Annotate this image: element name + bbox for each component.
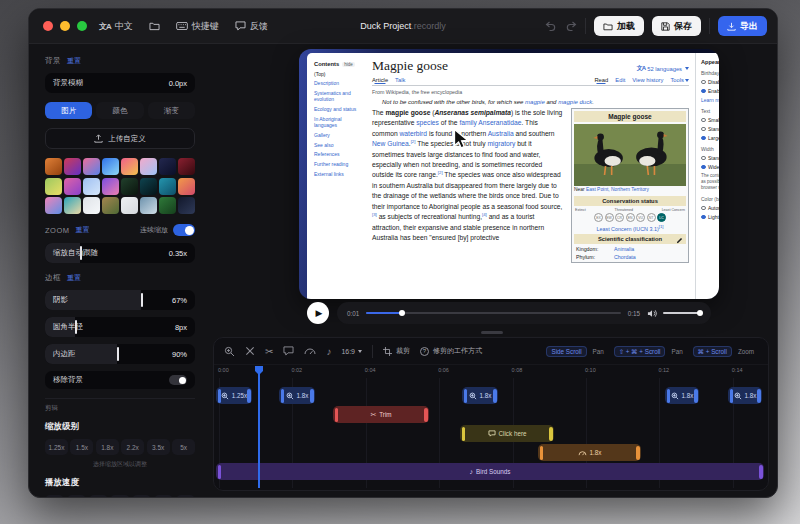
background-tab-2[interactable]: 渐变 bbox=[148, 102, 195, 119]
speed-segment[interactable]: 1.8x bbox=[538, 444, 641, 461]
slider-handle[interactable] bbox=[141, 293, 143, 307]
zoom-level-1.5x[interactable]: 1.5x bbox=[70, 439, 93, 455]
volume-track[interactable] bbox=[663, 312, 701, 315]
aspect-ratio-select[interactable]: 16:9 bbox=[341, 348, 362, 355]
progress-track[interactable] bbox=[366, 312, 620, 315]
crop-button[interactable]: 裁剪 bbox=[383, 346, 410, 356]
zoom-level-1.8x[interactable]: 1.8x bbox=[96, 439, 119, 455]
speed-1.5x[interactable]: 1.5x bbox=[132, 495, 151, 497]
export-button[interactable]: 导出 bbox=[718, 16, 767, 36]
menu-item-反馈[interactable]: 反馈 bbox=[235, 20, 268, 33]
menu-item-folder[interactable] bbox=[149, 21, 160, 31]
wallpaper-swatch[interactable] bbox=[45, 178, 62, 195]
wallpaper-swatch[interactable] bbox=[159, 197, 176, 214]
save-button[interactable]: 保存 bbox=[652, 16, 701, 36]
wiki-article: Magpie goose 文A 52 languages ArticleTalk… bbox=[365, 53, 695, 299]
zoom-follow-slider[interactable]: 缩放自动跟随 0.35x bbox=[45, 243, 195, 263]
slider-内边距[interactable]: 内边距90% bbox=[45, 344, 195, 364]
speed-1.25x[interactable]: 1.25x bbox=[110, 495, 129, 497]
annotation-segment[interactable]: Click here bbox=[460, 425, 554, 442]
background-tab-0[interactable]: 图片 bbox=[45, 102, 92, 119]
wiki-toc: Contents hide (Top)DescriptionSystematic… bbox=[307, 53, 365, 299]
border-reset-link[interactable]: 重置 bbox=[67, 273, 81, 283]
trim-segment[interactable]: ✂Trim bbox=[333, 406, 429, 423]
maximize-button[interactable] bbox=[77, 21, 87, 31]
wallpaper-swatch[interactable] bbox=[83, 158, 100, 175]
cut-icon[interactable]: ✂ bbox=[265, 346, 273, 357]
audio-icon[interactable]: ♪ bbox=[326, 346, 331, 357]
play-button[interactable]: ▶ bbox=[307, 302, 329, 324]
wallpaper-swatch[interactable] bbox=[45, 197, 62, 214]
remove-background-toggle[interactable] bbox=[169, 375, 187, 385]
load-button[interactable]: 加载 bbox=[594, 16, 644, 36]
speed-0.75x[interactable]: 0.75x bbox=[89, 495, 108, 497]
wallpaper-swatch[interactable] bbox=[178, 158, 195, 175]
click-icon bbox=[488, 430, 496, 437]
annotation-icon[interactable] bbox=[283, 346, 294, 356]
appearance-option-label: Enable bbox=[708, 88, 719, 94]
background-tab-1[interactable]: 颜色 bbox=[96, 102, 143, 119]
undo-icon[interactable] bbox=[545, 21, 557, 32]
speed-2x[interactable]: 2x bbox=[176, 495, 195, 497]
zoom-level-1.25x[interactable]: 1.25x bbox=[45, 439, 68, 455]
wallpaper-swatch[interactable] bbox=[178, 197, 195, 214]
volume-knob[interactable] bbox=[697, 310, 703, 316]
menu-item-快捷键[interactable]: 快捷键 bbox=[176, 20, 219, 33]
wallpaper-swatch[interactable] bbox=[83, 178, 100, 195]
wallpaper-swatch[interactable] bbox=[121, 158, 138, 175]
zoom-segment[interactable]: 1.8x bbox=[665, 387, 699, 404]
menu-item-中文[interactable]: 文A中文 bbox=[99, 20, 133, 33]
close-button[interactable] bbox=[43, 21, 53, 31]
wallpaper-swatch[interactable] bbox=[64, 178, 81, 195]
wallpaper-swatch[interactable] bbox=[102, 178, 119, 195]
timeline-tracks[interactable]: 0:000:020:040:060:080:100:120:141.25x1.8… bbox=[214, 365, 768, 490]
panel-resize-handle[interactable] bbox=[481, 331, 503, 334]
wallpaper-swatch[interactable] bbox=[140, 197, 157, 214]
wallpaper-swatch[interactable] bbox=[83, 197, 100, 214]
zoom-in-icon[interactable] bbox=[224, 346, 235, 357]
split-tool-icon[interactable] bbox=[245, 346, 255, 356]
wallpaper-swatch[interactable] bbox=[159, 178, 176, 195]
video-preview[interactable]: Contents hide (Top)DescriptionSystematic… bbox=[207, 44, 777, 337]
wallpaper-swatch[interactable] bbox=[121, 197, 138, 214]
wallpaper-swatch[interactable] bbox=[102, 158, 119, 175]
wallpaper-swatch[interactable] bbox=[140, 178, 157, 195]
wallpaper-swatch[interactable] bbox=[121, 178, 138, 195]
speed-0.5x[interactable]: 0.5x bbox=[67, 495, 86, 497]
audio-segment[interactable]: ♪Bird Sounds bbox=[216, 463, 764, 480]
wallpaper-swatch[interactable] bbox=[140, 158, 157, 175]
zoom-segment[interactable]: 1.8x bbox=[279, 387, 315, 404]
slider-handle[interactable] bbox=[117, 347, 119, 361]
zoom-segment[interactable]: 1.8x bbox=[728, 387, 762, 404]
background-reset-link[interactable]: 重置 bbox=[67, 56, 81, 66]
upload-background-button[interactable]: 上传自定义 bbox=[45, 128, 195, 149]
wallpaper-swatch[interactable] bbox=[64, 197, 81, 214]
edit-section-title: 剪辑 bbox=[45, 404, 195, 413]
minimize-button[interactable] bbox=[60, 21, 70, 31]
wallpaper-swatch[interactable] bbox=[102, 197, 119, 214]
slider-圆角半径[interactable]: 圆角半径8px bbox=[45, 317, 195, 337]
zoom-segment[interactable]: 1.8x bbox=[462, 387, 498, 404]
zoom-level-2.2x[interactable]: 2.2x bbox=[121, 439, 144, 455]
auto-zoom-toggle[interactable] bbox=[173, 224, 195, 236]
status-NT: NT bbox=[647, 213, 656, 222]
progress-knob[interactable] bbox=[399, 310, 405, 316]
wallpaper-swatch[interactable] bbox=[45, 158, 62, 175]
zoom-reset-link[interactable]: 重置 bbox=[76, 225, 90, 235]
zoom-hint: 选择缩放区域以调整 bbox=[45, 460, 195, 469]
redo-icon[interactable] bbox=[565, 21, 577, 32]
speed-1.75x[interactable]: 1.75x bbox=[154, 495, 173, 497]
zoom-level-3.5x[interactable]: 3.5x bbox=[147, 439, 170, 455]
scroll-hints: Side ScrollPan⇧ + ⌘ + ScrollPan⌘ + Scrol… bbox=[546, 346, 758, 357]
background-blur-slider[interactable]: 背景模糊 0.0px bbox=[45, 73, 195, 93]
speed-0.25x[interactable]: 0.25x bbox=[45, 495, 64, 497]
slider-阴影[interactable]: 阴影67% bbox=[45, 290, 195, 310]
playhead[interactable] bbox=[258, 366, 260, 488]
wallpaper-swatch[interactable] bbox=[159, 158, 176, 175]
speed-icon[interactable] bbox=[304, 347, 316, 355]
trim-help-button[interactable]: ? 修剪的工作方式 bbox=[420, 346, 482, 356]
zoom-segment[interactable]: 1.25x bbox=[216, 387, 252, 404]
zoom-level-5x[interactable]: 5x bbox=[172, 439, 195, 455]
wallpaper-swatch[interactable] bbox=[178, 178, 195, 195]
wallpaper-swatch[interactable] bbox=[64, 158, 81, 175]
